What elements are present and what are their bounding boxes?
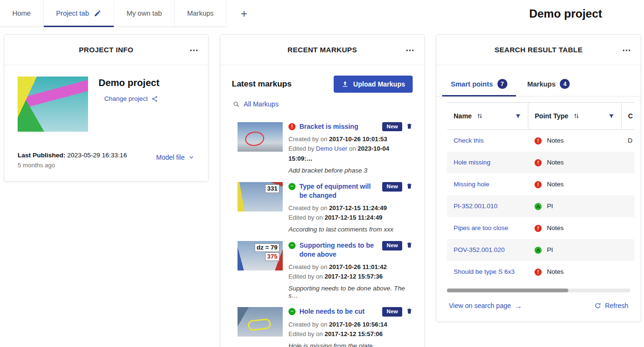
point-type-icon xyxy=(535,137,542,145)
last-published-value: 2023-05-29 16:33:16 xyxy=(67,152,127,159)
last-published: Last Published: 2023-05-29 16:33:16 xyxy=(18,152,127,159)
refresh-button[interactable]: Refresh xyxy=(594,302,628,309)
tab-markups[interactable]: Markups xyxy=(175,0,227,27)
point-type-label: Notes xyxy=(547,159,564,166)
point-type-label: PI xyxy=(547,246,553,253)
upload-markups-button[interactable]: Upload Markups xyxy=(334,76,413,93)
status-badge: New xyxy=(382,122,402,132)
created-date: 2017-10-26 11:01:42 xyxy=(329,263,386,270)
search-icon xyxy=(233,101,240,108)
all-markups-label: All Markups xyxy=(244,100,278,108)
card-menu-icon[interactable]: ⋯ xyxy=(189,45,199,54)
card-menu-icon[interactable]: ⋯ xyxy=(622,45,632,54)
card-menu-icon[interactable]: ⋯ xyxy=(406,45,416,54)
point-name-link[interactable]: Check this xyxy=(454,137,484,144)
status-badge: New xyxy=(382,182,402,192)
edited-on: on xyxy=(349,145,356,152)
point-name-link[interactable]: Missing hole xyxy=(454,181,489,188)
created-prefix: Created by on xyxy=(288,135,327,143)
table-row: Pipes are too close Notes xyxy=(447,217,634,239)
sort-icon[interactable] xyxy=(476,113,483,119)
top-bar: Home Project tab My own tab Markups + De… xyxy=(0,0,644,27)
edited-prefix: Edited by on xyxy=(288,273,323,280)
model-file-dropdown[interactable]: Model file xyxy=(156,154,195,161)
add-tab-button[interactable]: + xyxy=(227,0,262,27)
project-info-header: PROJECT INFO ⋯ xyxy=(4,35,208,65)
share-icon xyxy=(151,96,158,102)
created-prefix: Created by on xyxy=(288,204,327,212)
table-row: POV-352.001.020 PI xyxy=(447,239,634,261)
table-header-row: Name Point Type xyxy=(447,103,634,130)
created-date: 2017-12-15 11:24:49 xyxy=(329,204,386,212)
tab-project[interactable]: Project tab xyxy=(44,0,114,27)
tab-markups-results-label: Markups xyxy=(527,80,556,88)
markup-title-link[interactable]: Bracket is missing xyxy=(299,122,378,131)
column-header-point-type: Point Type xyxy=(535,112,569,120)
markup-meta: Created by on 2017-12-15 11:24:49 Edited… xyxy=(288,203,413,222)
point-type-icon xyxy=(535,159,542,166)
recent-markups-body: Latest markups Upload Markups All Markup… xyxy=(220,65,424,347)
recent-markups-header: RECENT MARKUPS ⋯ xyxy=(220,35,424,65)
point-name-link[interactable]: POV-352.001.020 xyxy=(454,246,505,253)
markup-title-link[interactable]: Supporting needs to be done above xyxy=(299,241,378,259)
point-name-link[interactable]: Should be type S 6x3 xyxy=(454,268,515,275)
latest-markups-heading: Latest markups xyxy=(232,79,292,89)
edit-pencil-icon[interactable] xyxy=(94,10,101,17)
tab-markups-label: Markups xyxy=(187,10,214,17)
edited-prefix: Edited by on xyxy=(288,214,323,221)
all-markups-link[interactable]: All Markups xyxy=(233,100,278,108)
edited-date: 2017-12-15 11:24:49 xyxy=(325,214,382,221)
point-type-icon xyxy=(535,225,542,232)
point-name-link[interactable]: Hole missing xyxy=(454,159,490,166)
horizontal-scrollbar-thumb[interactable] xyxy=(447,289,568,292)
point-name-link[interactable]: Pipes are too close xyxy=(454,224,508,231)
status-badge: New xyxy=(382,307,402,317)
markup-thumbnail[interactable] xyxy=(238,307,283,337)
markup-title-link[interactable]: Type of equipment will be changed xyxy=(299,182,378,200)
recent-markups-card: RECENT MARKUPS ⋯ Latest markups Upload M… xyxy=(220,34,425,347)
markup-title-link[interactable]: Hole needs to be cut xyxy=(299,307,378,316)
created-date: 2017-10-26 10:56:14 xyxy=(329,321,387,328)
project-thumbnail xyxy=(18,77,88,132)
list-item: dz = 79 375 Supporting needs to be done … xyxy=(238,241,413,299)
search-results-table: Name Point Type xyxy=(447,102,634,283)
point-type-label: Notes xyxy=(547,268,564,275)
trash-icon[interactable] xyxy=(406,123,413,130)
search-result-card: SEARCH RESULT TABLE ⋯ Smart points 7 Mar… xyxy=(436,34,641,322)
tab-smart-points[interactable]: Smart points 7 xyxy=(442,72,516,96)
edited-date: 2017-12-12 15:57:36 xyxy=(325,273,383,280)
trash-icon[interactable] xyxy=(406,308,413,315)
point-type-label: Notes xyxy=(547,181,564,188)
change-project-link[interactable]: Change project xyxy=(104,95,159,102)
upload-markups-label: Upload Markups xyxy=(353,80,405,88)
markup-list: Bracket is missing New Created by on 201… xyxy=(232,122,413,347)
tab-home-label: Home xyxy=(12,10,31,17)
created-date: 2017-10-26 10:01:53 xyxy=(329,135,387,143)
change-project-label: Change project xyxy=(104,95,148,102)
tab-my-own[interactable]: My own tab xyxy=(114,0,175,27)
trash-icon[interactable] xyxy=(406,241,413,249)
filter-icon[interactable] xyxy=(515,113,521,119)
created-prefix: Created by on xyxy=(288,263,327,270)
markup-thumbnail[interactable]: 331 xyxy=(238,182,283,212)
edited-prefix: Edited by on xyxy=(288,330,323,337)
point-name-link[interactable]: PI-352.001.010 xyxy=(454,202,497,210)
sort-icon[interactable] xyxy=(573,113,580,119)
filter-icon[interactable] xyxy=(608,113,614,119)
table-row: Check this Notes D xyxy=(447,130,634,152)
thumbnail-label: dz = 79 xyxy=(255,243,279,252)
markup-thumbnail[interactable]: dz = 79 375 xyxy=(238,241,283,270)
column-header-name: Name xyxy=(454,112,472,120)
created-prefix: Created by on xyxy=(288,321,327,328)
tab-markups-results[interactable]: Markups 4 xyxy=(519,72,579,96)
page-title: Demo project xyxy=(529,7,602,20)
markup-thumbnail[interactable] xyxy=(238,122,283,152)
list-item: 331 Type of equipment will be changed Ne… xyxy=(238,182,413,233)
tab-my-own-label: My own tab xyxy=(127,10,162,17)
trash-icon[interactable] xyxy=(406,183,413,190)
refresh-label: Refresh xyxy=(605,302,628,309)
tab-home[interactable]: Home xyxy=(0,0,44,27)
edited-user-link[interactable]: Demo User xyxy=(316,145,347,152)
markup-description: Add bracket before phase 3 xyxy=(288,167,413,174)
view-on-search-page-link[interactable]: View on search page → xyxy=(449,302,522,310)
